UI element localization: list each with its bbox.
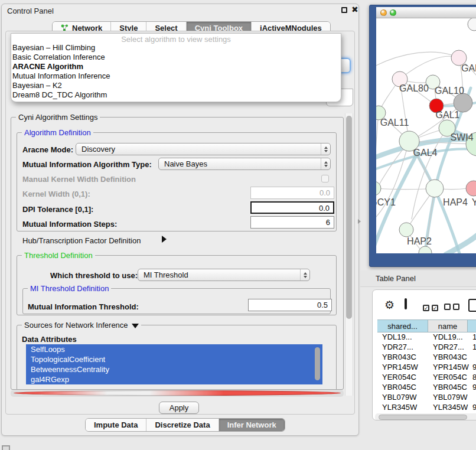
- table-cell: 9.: [472, 403, 476, 412]
- network-node[interactable]: [376, 181, 381, 195]
- attribute-item-topologicalcoefficient[interactable]: TopologicalCoefficient: [26, 354, 322, 364]
- combo-arrows-icon: [321, 158, 330, 169]
- attribute-item-gal4rgexp[interactable]: gal4RGexp: [26, 374, 322, 384]
- table-row[interactable]: YLR345WYLR345W9.: [377, 403, 476, 413]
- table-cell: YDL19...: [433, 332, 463, 341]
- data-attributes-label: Data Attributes: [22, 335, 77, 344]
- table-cell: YBR045C: [382, 383, 416, 392]
- network-node[interactable]: [468, 18, 476, 31]
- dropdown-option-bayesian-hill-climbing[interactable]: Bayesian – Hill Climbing: [11, 43, 341, 53]
- tab-discretize-data[interactable]: Discretize Data: [146, 419, 218, 431]
- aracne-mode-value: Discovery: [81, 145, 321, 154]
- network-node[interactable]: [419, 246, 432, 253]
- kernel-width-field[interactable]: 0.0: [250, 187, 334, 199]
- disclosure-arrow-icon[interactable]: [162, 236, 167, 243]
- group-title: Threshold Definition: [22, 251, 95, 260]
- data-attributes-list: SelfLoopsTopologicalCoefficientBetweenne…: [26, 344, 322, 384]
- tab-impute-data[interactable]: Impute Data: [86, 419, 146, 431]
- network-node-label: GAL4: [413, 148, 438, 158]
- table-hscrollbar-thumb[interactable]: [379, 415, 467, 420]
- float-window-icon[interactable]: [341, 7, 347, 13]
- table-cell: YER054C: [433, 373, 467, 381]
- settings-vscrollbar-thumb[interactable]: [346, 116, 352, 319]
- network-canvas[interactable]: GALGAL80GAL10GAL1GAL11SWI4GAL4GCY1HAP4YH…: [376, 18, 476, 253]
- collapsed-panel-icon[interactable]: [2, 445, 10, 450]
- cp-bottom-tab-bar: Impute DataDiscretize DataInfer Network: [85, 418, 285, 432]
- dropdown-option-basic-correlation-inference[interactable]: Basic Correlation Inference: [11, 53, 341, 62]
- dpi-tolerance-field[interactable]: 0.0: [250, 201, 334, 214]
- table-header-row: shared...name: [377, 319, 476, 332]
- table-cell: YBL079W: [433, 393, 468, 402]
- table-cell: YDR27...: [382, 343, 413, 351]
- attribute-item-selfloops[interactable]: SelfLoops: [26, 344, 322, 354]
- dropdown-option-dream8-dc-tdc-algorithm[interactable]: Dream8 DC_TDC Algorithm: [11, 90, 341, 100]
- aracne-mode-select[interactable]: Discovery: [76, 143, 331, 155]
- table-cell: YER054C: [382, 373, 416, 381]
- table-row[interactable]: YBR045CYBR045C9.: [377, 383, 476, 393]
- dropdown-option-mutual-information-inference[interactable]: Mutual Information Inference: [11, 71, 341, 81]
- group-title: Cyni Algorithm Settings: [16, 113, 100, 122]
- network-node-label: SWI4: [450, 132, 473, 142]
- zoom-traffic-light[interactable]: [399, 9, 406, 16]
- algorithm-dropdown-popup: Select algorithm to view settings Bayesi…: [11, 33, 341, 102]
- network-node-label: GAL80: [399, 83, 429, 93]
- mi-steps-label: Mutual Information Steps:: [22, 220, 117, 229]
- select-all-columns-icon[interactable]: ✓ ✓: [423, 303, 438, 312]
- column-header-col2[interactable]: [468, 319, 476, 332]
- mi-threshold-field[interactable]: 0.5: [248, 299, 332, 311]
- table-row[interactable]: YDL19...YDL19...13: [377, 332, 476, 343]
- mi-threshold-label: Mutual Information Threshold:: [28, 302, 139, 311]
- network-node-label: GCY1: [376, 197, 396, 207]
- table-row[interactable]: YBL079WYBL079W: [377, 393, 476, 403]
- table-cell: YPR145W: [433, 363, 469, 371]
- hub-tf-definition-label: Hub/Transcription Factor Definition: [22, 236, 141, 245]
- table-panel-title: Table Panel: [376, 274, 416, 283]
- dropdown-option-aracne-algorithm[interactable]: ARACNE Algorithm: [11, 62, 341, 71]
- table-cell: YBR043C: [382, 353, 416, 361]
- tab-infer-network[interactable]: Infer Network: [219, 419, 285, 431]
- column-header-name[interactable]: name: [428, 319, 468, 332]
- close-traffic-light[interactable]: [380, 9, 387, 16]
- manual-kernel-checkbox[interactable]: [321, 175, 329, 182]
- table-cell: YLR345W: [433, 403, 468, 412]
- network-node[interactable]: [466, 181, 476, 196]
- table-cell: 9.: [472, 363, 476, 371]
- gear-icon[interactable]: ⚙: [384, 300, 395, 311]
- apply-button[interactable]: Apply: [159, 402, 199, 414]
- list-scrollbar-thumb[interactable]: [315, 347, 320, 380]
- network-node[interactable]: [426, 180, 444, 197]
- table-row[interactable]: YBR043CYBR043C: [377, 353, 476, 363]
- column-header-shared[interactable]: shared...: [377, 319, 428, 332]
- combo-arrows-icon: [321, 144, 330, 155]
- tab-label: Infer Network: [227, 420, 276, 429]
- attribute-item-betweennesscentrality[interactable]: BetweennessCentrality: [26, 364, 322, 374]
- table-row[interactable]: YDR27...YDR27...12: [377, 343, 476, 353]
- which-threshold-select[interactable]: MI Threshold: [138, 269, 310, 281]
- dropdown-options: Bayesian – Hill ClimbingBasic Correlatio…: [11, 43, 341, 100]
- table-row[interactable]: YER054CYER054C8.: [377, 373, 476, 383]
- settings-hscrollbar-thumb[interactable]: [14, 390, 341, 396]
- deselect-all-columns-icon[interactable]: [444, 303, 459, 312]
- table-cell: 12: [472, 343, 476, 351]
- mi-type-select[interactable]: Naive Bayes: [158, 158, 331, 170]
- network-node-label: GAL1: [436, 110, 460, 120]
- table-row[interactable]: YPR145WYPR145W9.: [377, 363, 476, 373]
- which-threshold-label: Which threshold to use:: [50, 271, 138, 280]
- table-cell: 13: [472, 332, 476, 341]
- minimize-traffic-light[interactable]: [390, 9, 396, 16]
- table-cell: YBR045C: [433, 383, 467, 392]
- panel-resize-handle[interactable]: [358, 219, 361, 224]
- network-node-label: GAL11: [380, 118, 409, 128]
- close-panel-icon[interactable]: ✖: [351, 5, 358, 14]
- network-node-label: GAL: [461, 63, 476, 73]
- table-cell: 9.: [472, 383, 476, 392]
- manual-kernel-label: Manual Kernel Width Definition: [22, 175, 136, 184]
- network-node-label: HAP4: [443, 197, 468, 207]
- network-node-label: HAP2: [407, 236, 432, 246]
- columns-icon[interactable]: [405, 298, 407, 309]
- table-cell: YPR145W: [382, 363, 418, 371]
- mi-steps-field[interactable]: 6: [250, 216, 334, 229]
- dropdown-option-bayesian-k2[interactable]: Bayesian – K2: [11, 81, 341, 90]
- new-table-icon[interactable]: [468, 299, 476, 312]
- network-node[interactable]: [399, 223, 413, 237]
